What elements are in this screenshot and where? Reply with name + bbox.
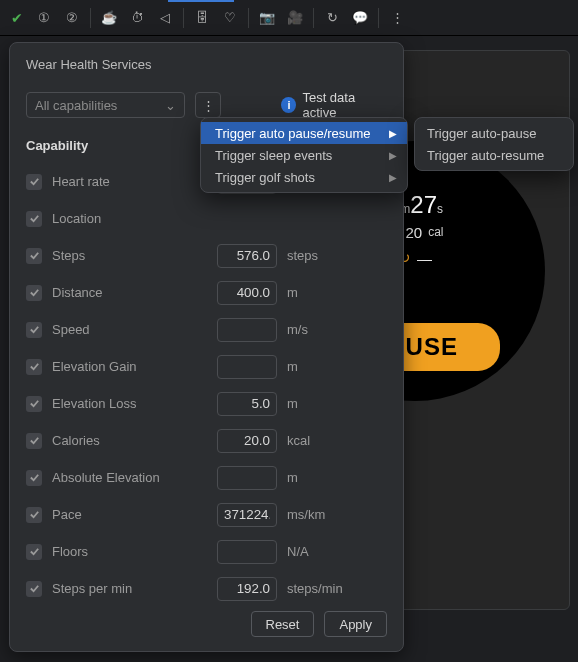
capability-checkbox[interactable] (26, 322, 42, 338)
capability-row: Location (26, 200, 387, 237)
active-tab-indicator (168, 0, 234, 2)
capability-row: Elevation Lossm (26, 385, 387, 422)
capability-label: Steps per min (52, 581, 217, 596)
capability-row: Elevation Gainm (26, 348, 387, 385)
capability-unit: ms/km (287, 507, 325, 522)
capability-unit: m (287, 285, 298, 300)
capability-label: Elevation Gain (52, 359, 217, 374)
capability-checkbox[interactable] (26, 581, 42, 597)
capability-value-input[interactable] (217, 392, 277, 416)
main-toolbar: ✔ ① ② ☕ ⏱ ◁ 🗄 ♡ 📷 🎥 ↻ 💬 ⋮ (0, 0, 578, 36)
capability-unit: steps/min (287, 581, 343, 596)
menu-item-label: Trigger sleep events (215, 148, 332, 163)
apply-button[interactable]: Apply (324, 611, 387, 637)
capability-value-input[interactable] (217, 466, 277, 490)
capability-checkbox[interactable] (26, 248, 42, 264)
capability-label: Calories (52, 433, 217, 448)
menu-item-sleep-events[interactable]: Trigger sleep events▶ (201, 144, 407, 166)
reset-button[interactable]: Reset (251, 611, 315, 637)
menu-item-auto-pause-resume[interactable]: Trigger auto pause/resume▶ (201, 122, 407, 144)
submenu-item-auto-resume[interactable]: Trigger auto-resume (415, 144, 573, 166)
capability-checkbox[interactable] (26, 285, 42, 301)
menu-item-label: Trigger golf shots (215, 170, 315, 185)
trigger-submenu[interactable]: Trigger auto-pause Trigger auto-resume (414, 117, 574, 171)
capability-value-input[interactable] (217, 355, 277, 379)
capability-label: Location (52, 211, 217, 226)
capability-row: Speedm/s (26, 311, 387, 348)
toolbar-divider (183, 8, 184, 28)
info-icon: i (281, 97, 296, 113)
capability-value-input[interactable] (217, 540, 277, 564)
menu-item-label: Trigger auto-resume (427, 148, 544, 163)
toolbar-divider (90, 8, 91, 28)
more-icon[interactable]: ⋮ (385, 6, 409, 30)
menu-item-label: Trigger auto pause/resume (215, 126, 371, 141)
capability-row: Distancem (26, 274, 387, 311)
capability-label: Distance (52, 285, 217, 300)
capability-value-input[interactable] (217, 318, 277, 342)
panel-title: Wear Health Services (26, 57, 387, 72)
capability-unit: m (287, 359, 298, 374)
calories-value: 20 (405, 224, 422, 241)
toolbar-divider (313, 8, 314, 28)
play-icon[interactable]: ◁ (153, 6, 177, 30)
capability-row: Steps per minsteps/min (26, 570, 387, 607)
capability-unit: m/s (287, 322, 308, 337)
calories-unit: cal (428, 225, 443, 239)
capabilities-select[interactable]: All capabilities ⌄ (26, 92, 185, 118)
seconds-value: 27 (410, 191, 437, 218)
menu-item-golf-shots[interactable]: Trigger golf shots▶ (201, 166, 407, 188)
capability-row: Absolute Elevationm (26, 459, 387, 496)
submenu-arrow-icon: ▶ (389, 128, 397, 139)
capability-checkbox[interactable] (26, 359, 42, 375)
capability-row: FloorsN/A (26, 533, 387, 570)
run-check-icon[interactable]: ✔ (6, 10, 28, 26)
capability-checkbox[interactable] (26, 507, 42, 523)
capability-checkbox[interactable] (26, 544, 42, 560)
submenu-arrow-icon: ▶ (389, 172, 397, 183)
clock-icon[interactable]: ⏱ (125, 6, 149, 30)
capability-unit: kcal (287, 433, 310, 448)
cup-icon[interactable]: ☕ (97, 6, 121, 30)
capability-value-input[interactable] (217, 429, 277, 453)
capability-checkbox[interactable] (26, 433, 42, 449)
capability-label: Steps (52, 248, 217, 263)
chevron-down-icon: ⌄ (165, 98, 176, 113)
panel-footer: Reset Apply (251, 611, 388, 637)
capability-unit: m (287, 396, 298, 411)
capability-checkbox[interactable] (26, 470, 42, 486)
capability-value-input[interactable] (217, 577, 277, 601)
submenu-arrow-icon: ▶ (389, 150, 397, 161)
heart-icon[interactable]: ♡ (218, 6, 242, 30)
capability-value-input[interactable] (217, 244, 277, 268)
doc-icon[interactable]: 🗄 (190, 6, 214, 30)
select-label: All capabilities (35, 98, 117, 113)
submenu-item-auto-pause[interactable]: Trigger auto-pause (415, 122, 573, 144)
lap-value: — (417, 250, 432, 267)
toolbar-icon-c1[interactable]: ① (32, 6, 56, 30)
video-icon[interactable]: 🎥 (283, 6, 307, 30)
status-indicator: i Test data active (281, 90, 387, 120)
console-icon[interactable]: 💬 (348, 6, 372, 30)
capability-list: Heart ratebpmLocationStepsstepsDistancem… (26, 163, 387, 607)
capability-checkbox[interactable] (26, 211, 42, 227)
refresh-icon[interactable]: ↻ (320, 6, 344, 30)
capability-checkbox[interactable] (26, 174, 42, 190)
trigger-menu[interactable]: Trigger auto pause/resume▶ Trigger sleep… (200, 117, 408, 193)
camera-icon[interactable]: 📷 (255, 6, 279, 30)
capability-label: Floors (52, 544, 217, 559)
capability-row: Stepssteps (26, 237, 387, 274)
capability-label: Heart rate (52, 174, 217, 189)
capability-row: Calorieskcal (26, 422, 387, 459)
toolbar-icon-c2[interactable]: ② (60, 6, 84, 30)
capability-checkbox[interactable] (26, 396, 42, 412)
capability-value-input[interactable] (217, 281, 277, 305)
toolbar-divider (378, 8, 379, 28)
capability-label: Absolute Elevation (52, 470, 217, 485)
overflow-menu-button[interactable]: ⋮ (195, 92, 221, 118)
menu-item-label: Trigger auto-pause (427, 126, 536, 141)
seconds-suffix: s (437, 202, 443, 216)
capability-unit: steps (287, 248, 318, 263)
status-text: Test data active (302, 90, 387, 120)
capability-value-input[interactable] (217, 503, 277, 527)
